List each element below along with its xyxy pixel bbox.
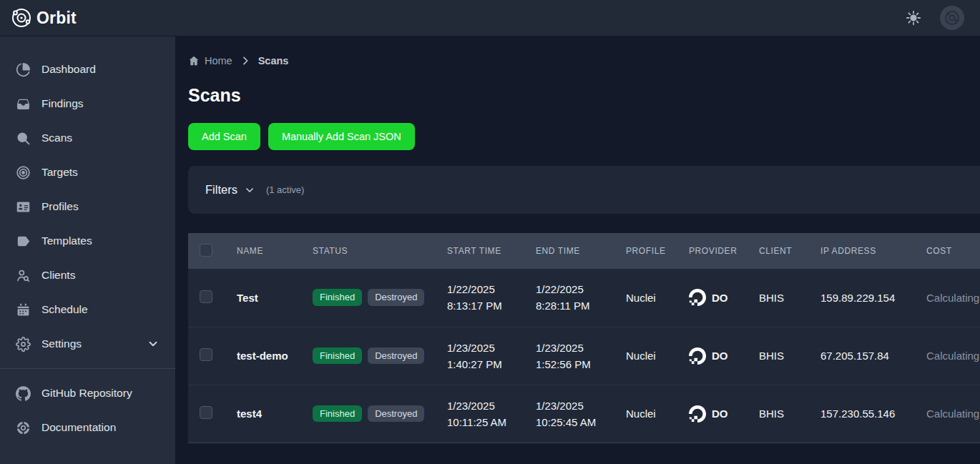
provider-label: DO <box>712 292 728 304</box>
home-icon <box>188 55 200 66</box>
column-header-profile[interactable]: PROFILE <box>614 233 677 269</box>
table-row[interactable]: Test Finished Destroyed 1/22/20258:13:17… <box>188 269 980 327</box>
table-header-row: NAME STATUS START TIME END TIME PROFILE … <box>188 233 980 269</box>
target-icon <box>16 165 31 180</box>
theme-toggle-sun-icon[interactable] <box>906 10 921 26</box>
cost: Calculating... <box>915 327 980 385</box>
user-search-icon <box>16 268 31 283</box>
sidebar-item-label: Scans <box>41 132 72 144</box>
sidebar-item-label: Settings <box>41 337 82 350</box>
pie-chart-icon <box>16 62 31 77</box>
column-header-ip-address[interactable]: IP ADDRESS <box>809 233 915 269</box>
status-badge-destroyed: Destroyed <box>368 347 424 365</box>
lifebuoy-icon <box>16 420 31 435</box>
sidebar-item-label: Clients <box>41 269 75 282</box>
manually-add-scan-json-button[interactable]: Manually Add Scan JSON <box>268 123 415 150</box>
ip-address: 67.205.157.84 <box>809 327 915 385</box>
chevron-down-icon <box>147 337 160 350</box>
cost: Calculating... <box>915 269 980 327</box>
sidebar-item-label: Targets <box>41 166 78 179</box>
digitalocean-icon <box>689 289 706 306</box>
column-header-end-time[interactable]: END TIME <box>524 233 614 269</box>
sidebar-item-templates[interactable]: Templates <box>0 224 175 258</box>
column-header-name[interactable]: NAME <box>225 233 301 269</box>
column-header-provider[interactable]: PROVIDER <box>677 233 748 269</box>
start-time: 1/23/20251:40:27 PM <box>447 340 513 372</box>
calendar-icon <box>16 302 31 317</box>
sidebar-item-label: Profiles <box>41 200 79 213</box>
chevron-right-icon <box>240 55 251 66</box>
sidebar-item-label: Findings <box>41 97 84 110</box>
sidebar-item-label: Documentation <box>41 421 116 434</box>
profile: Nuclei <box>614 269 677 327</box>
column-header-start-time[interactable]: START TIME <box>436 233 524 269</box>
status-badge-destroyed: Destroyed <box>368 289 424 306</box>
sidebar-item-settings[interactable]: Settings <box>0 327 175 361</box>
scan-name: test-demo <box>225 327 301 385</box>
column-header-status[interactable]: STATUS <box>301 233 436 269</box>
end-time: 1/22/20258:28:11 PM <box>536 281 603 314</box>
provider: DO <box>689 347 736 365</box>
end-time: 1/23/20251:52:56 PM <box>536 340 603 372</box>
app-title: Orbit <box>36 9 77 28</box>
status-badge-finished: Finished <box>313 289 362 306</box>
provider-label: DO <box>712 408 728 420</box>
sidebar-item-label: Templates <box>41 235 92 247</box>
sidebar-item-dashboard[interactable]: Dashboard <box>0 52 175 87</box>
inbox-icon <box>16 97 31 112</box>
page-title: Scans <box>188 85 980 106</box>
app-logo[interactable]: Orbit <box>10 6 77 29</box>
id-card-icon <box>16 199 31 214</box>
sidebar-item-scans[interactable]: Scans <box>0 121 175 155</box>
avatar-orbit-icon <box>943 9 961 27</box>
sidebar-item-label: GitHub Repository <box>41 387 132 400</box>
client: BHIS <box>748 327 809 385</box>
gear-icon <box>16 337 31 352</box>
sidebar-item-label: Dashboard <box>41 63 96 76</box>
row-checkbox[interactable] <box>200 290 212 303</box>
add-scan-button[interactable]: Add Scan <box>188 123 260 150</box>
select-all-checkbox[interactable] <box>200 244 212 257</box>
sidebar-item-profiles[interactable]: Profiles <box>0 189 175 224</box>
sidebar-item-documentation[interactable]: Documentation <box>0 410 175 445</box>
profile: Nuclei <box>614 327 677 385</box>
github-icon <box>16 386 31 401</box>
start-time: 1/22/20258:13:17 PM <box>447 281 513 314</box>
sidebar-divider <box>0 368 175 369</box>
sidebar-item-targets[interactable]: Targets <box>0 155 175 189</box>
main-content: Home Scans Scans Add Scan Manually Add S… <box>175 36 980 464</box>
client: BHIS <box>748 385 809 443</box>
digitalocean-icon <box>689 405 706 423</box>
provider: DO <box>689 289 736 306</box>
status-badge-destroyed: Destroyed <box>368 405 424 423</box>
filters-active-count: (1 active) <box>266 184 304 195</box>
table-row[interactable]: test-demo Finished Destroyed 1/23/20251:… <box>188 327 980 385</box>
orbit-logo-icon <box>10 6 33 29</box>
row-checkbox[interactable] <box>200 406 212 419</box>
filters-panel[interactable]: Filters (1 active) <box>188 166 980 214</box>
row-checkbox[interactable] <box>200 348 212 361</box>
filters-label: Filters <box>205 183 237 197</box>
breadcrumb-current: Scans <box>258 55 289 66</box>
breadcrumb-home-label: Home <box>205 55 232 66</box>
provider: DO <box>689 405 736 423</box>
digitalocean-icon <box>689 347 706 365</box>
sidebar-item-clients[interactable]: Clients <box>0 258 175 292</box>
breadcrumb: Home Scans <box>188 55 980 66</box>
user-avatar[interactable] <box>940 6 964 30</box>
start-time: 1/23/202510:11:25 AM <box>447 398 513 430</box>
topbar: Orbit <box>0 0 980 36</box>
sidebar-item-github-repository[interactable]: GitHub Repository <box>0 376 175 410</box>
client: BHIS <box>748 269 809 327</box>
table-row[interactable]: test4 Finished Destroyed 1/23/202510:11:… <box>188 385 980 443</box>
sidebar: Dashboard Findings Scans Targets <box>0 36 175 464</box>
column-header-client[interactable]: CLIENT <box>748 233 809 269</box>
chevron-down-icon <box>244 184 255 196</box>
sidebar-item-findings[interactable]: Findings <box>0 87 175 121</box>
status-badge-finished: Finished <box>313 347 362 365</box>
column-header-cost[interactable]: COST <box>915 233 980 269</box>
breadcrumb-home-link[interactable]: Home <box>188 55 232 66</box>
search-icon <box>16 131 31 146</box>
sidebar-item-schedule[interactable]: Schedule <box>0 292 175 327</box>
scans-table: NAME STATUS START TIME END TIME PROFILE … <box>188 233 980 443</box>
